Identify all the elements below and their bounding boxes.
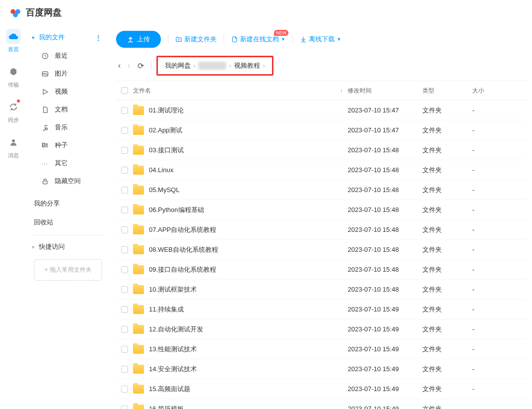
sidebar-item-clock[interactable]: 最近 xyxy=(27,47,109,65)
table-row[interactable]: 04.Linux 2023-07-10 15:48 文件夹 - xyxy=(116,160,527,180)
sidebar-myshare[interactable]: 我的分享 xyxy=(27,194,109,213)
row-checkbox[interactable] xyxy=(121,107,128,114)
row-checkbox[interactable] xyxy=(121,127,128,134)
sidebar-item-bt[interactable]: Bt种子 xyxy=(27,136,109,154)
table-row[interactable]: 11.持续集成 2023-07-10 15:49 文件夹 - xyxy=(116,300,527,319)
table-row[interactable]: 15.高频面试题 2023-07-10 15:49 文件夹 - xyxy=(116,379,527,399)
file-name: 15.高频面试题 xyxy=(149,385,190,394)
folder-icon xyxy=(133,285,144,294)
rail-item-sync[interactable]: 同步 xyxy=(6,100,21,124)
image-icon xyxy=(41,70,49,78)
file-size: - xyxy=(472,126,527,134)
row-checkbox[interactable] xyxy=(121,406,128,409)
table-row[interactable]: 10.测试框架技术 2023-07-10 15:48 文件夹 - xyxy=(116,280,527,300)
file-time: 2023-07-10 15:49 xyxy=(348,405,422,409)
table-row[interactable]: 16.简历模板 2023-07-10 15:49 文件夹 - xyxy=(116,399,527,409)
col-type[interactable]: 类型 xyxy=(422,87,472,95)
file-size: - xyxy=(472,405,527,409)
row-checkbox[interactable] xyxy=(121,167,128,174)
table-row[interactable]: 13.性能测试技术 2023-07-10 15:49 文件夹 - xyxy=(116,339,527,359)
sidebar-item-label: 视频 xyxy=(55,87,68,96)
row-checkbox[interactable] xyxy=(121,147,128,154)
quick-drop-area[interactable]: + 拖入常用文件夹 xyxy=(34,259,102,281)
row-checkbox[interactable] xyxy=(121,266,128,273)
folder-icon xyxy=(133,166,144,175)
sidebar-recycle[interactable]: 回收站 xyxy=(27,213,109,232)
sidebar-item-label: 最近 xyxy=(55,51,68,60)
sidebar-item-doc[interactable]: 文档 xyxy=(27,101,109,118)
logo-area[interactable]: 百度网盘 xyxy=(9,6,62,19)
sidebar-item-music[interactable]: 音乐 xyxy=(27,118,109,136)
row-checkbox[interactable] xyxy=(121,306,128,313)
file-size: - xyxy=(472,206,527,213)
file-time: 2023-07-10 15:48 xyxy=(348,206,422,213)
chevron-down-icon: ▼ xyxy=(281,37,285,42)
table-row[interactable]: 05.MySQL 2023-07-10 15:48 文件夹 - xyxy=(116,180,527,200)
table-row[interactable]: 03.接口测试 2023-07-10 15:48 文件夹 - xyxy=(116,140,527,160)
file-name: 04.Linux xyxy=(149,166,173,174)
new-doc-button[interactable]: 新建在线文档 ▼ NEW xyxy=(231,35,285,44)
file-size: - xyxy=(472,345,527,353)
folder-icon xyxy=(133,205,144,214)
crumb-root[interactable]: 我的网盘 xyxy=(165,61,191,70)
rail-item-person[interactable]: 消息 xyxy=(6,135,21,159)
offline-download-button[interactable]: 离线下载 ▼ xyxy=(300,35,341,44)
sidebar-quick[interactable]: ▾ 快捷访问 xyxy=(27,238,109,255)
table-row[interactable]: 14.安全测试技术 2023-07-10 15:49 文件夹 - xyxy=(116,359,527,379)
nav-forward-icon[interactable]: › xyxy=(126,60,132,72)
nav-back-icon[interactable]: ‹ xyxy=(116,60,123,72)
more-icon[interactable]: ⋮ xyxy=(95,34,102,41)
col-size[interactable]: 大小 xyxy=(472,87,527,95)
sidebar-item-image[interactable]: 图片 xyxy=(27,65,109,83)
crumb-current[interactable]: 视频教程 xyxy=(234,61,260,70)
file-time: 2023-07-10 15:49 xyxy=(348,325,422,333)
row-checkbox[interactable] xyxy=(121,346,128,353)
rail-item-cloud[interactable]: 首页 xyxy=(6,29,21,53)
table-row[interactable]: 09.接口自动化系统教程 2023-07-10 15:48 文件夹 - xyxy=(116,260,527,280)
sidebar-item-play[interactable]: 视频 xyxy=(27,83,109,101)
divider xyxy=(151,61,151,70)
table-row[interactable]: 01.测试理论 2023-07-10 15:47 文件夹 - xyxy=(116,101,527,120)
row-checkbox[interactable] xyxy=(121,246,128,253)
clock-icon xyxy=(41,52,49,60)
table-row[interactable]: 07.APP自动化系统教程 2023-07-10 15:48 文件夹 - xyxy=(116,220,527,240)
file-size: - xyxy=(472,146,527,154)
sidebar-item-lock[interactable]: 隐藏空间 xyxy=(27,172,109,190)
sidebar-myfiles[interactable]: ▾ 我的文件 ⋮ xyxy=(27,30,109,45)
offline-label: 离线下载 xyxy=(309,35,335,44)
file-type: 文件夹 xyxy=(422,166,472,175)
file-time: 2023-07-10 15:48 xyxy=(348,166,422,174)
folder-icon xyxy=(133,385,144,394)
row-checkbox[interactable] xyxy=(121,366,128,373)
file-type: 文件夹 xyxy=(422,146,472,155)
row-checkbox[interactable] xyxy=(121,206,128,213)
folder-icon xyxy=(133,345,144,354)
chevron-right-icon: › xyxy=(229,63,231,69)
app-title: 百度网盘 xyxy=(26,6,62,18)
sidebar-item-label: 隐藏空间 xyxy=(55,177,81,186)
table-row[interactable]: 12.自动化测试开发 2023-07-10 15:49 文件夹 - xyxy=(116,319,527,339)
file-time: 2023-07-10 15:47 xyxy=(348,126,422,134)
upload-button[interactable]: 上传 xyxy=(116,31,161,48)
table-row[interactable]: 08.WEB自动化系统教程 2023-07-10 15:48 文件夹 - xyxy=(116,240,527,260)
file-time: 2023-07-10 15:48 xyxy=(348,286,422,293)
file-size: - xyxy=(472,325,527,333)
col-time[interactable]: 修改时间 xyxy=(348,87,422,95)
select-all-checkbox[interactable] xyxy=(121,87,128,94)
file-size: - xyxy=(472,306,527,313)
new-folder-button[interactable]: 新建文件夹 xyxy=(175,35,217,44)
row-checkbox[interactable] xyxy=(121,226,128,233)
crumb-redacted xyxy=(198,62,226,70)
table-row[interactable]: 02.App测试 2023-07-10 15:47 文件夹 - xyxy=(116,120,527,140)
folder-icon xyxy=(133,106,144,115)
sidebar-item-dots[interactable]: ···其它 xyxy=(27,154,109,172)
person-icon xyxy=(6,135,21,150)
row-checkbox[interactable] xyxy=(121,386,128,393)
row-checkbox[interactable] xyxy=(121,286,128,293)
row-checkbox[interactable] xyxy=(121,187,128,194)
table-row[interactable]: 06.Python编程基础 2023-07-10 15:48 文件夹 - xyxy=(116,200,527,220)
col-name[interactable]: 文件名 ↑ xyxy=(133,87,348,95)
nav-refresh-icon[interactable]: ⟳ xyxy=(135,60,146,72)
rail-item-hex[interactable]: 传输 xyxy=(6,64,21,89)
row-checkbox[interactable] xyxy=(121,326,128,333)
